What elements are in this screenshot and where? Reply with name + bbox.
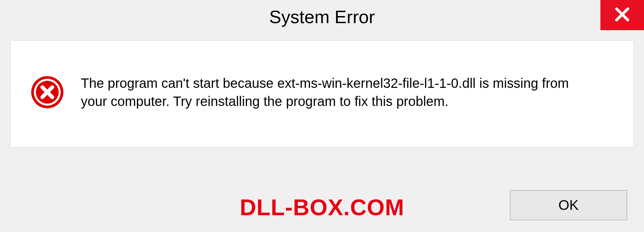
close-button[interactable] <box>600 0 644 30</box>
watermark-text: DLL-BOX.COM <box>240 194 405 220</box>
ok-button-label: OK <box>558 197 579 213</box>
error-message: The program can't start because ext-ms-w… <box>81 74 584 110</box>
ok-button[interactable]: OK <box>510 190 627 220</box>
dialog-titlebar: System Error <box>0 0 644 34</box>
dialog-footer: DLL-BOX.COM OK <box>0 172 644 232</box>
error-icon <box>31 75 64 109</box>
close-icon <box>614 6 631 24</box>
dialog-content: The program can't start because ext-ms-w… <box>10 40 634 148</box>
dialog-title: System Error <box>269 6 375 27</box>
